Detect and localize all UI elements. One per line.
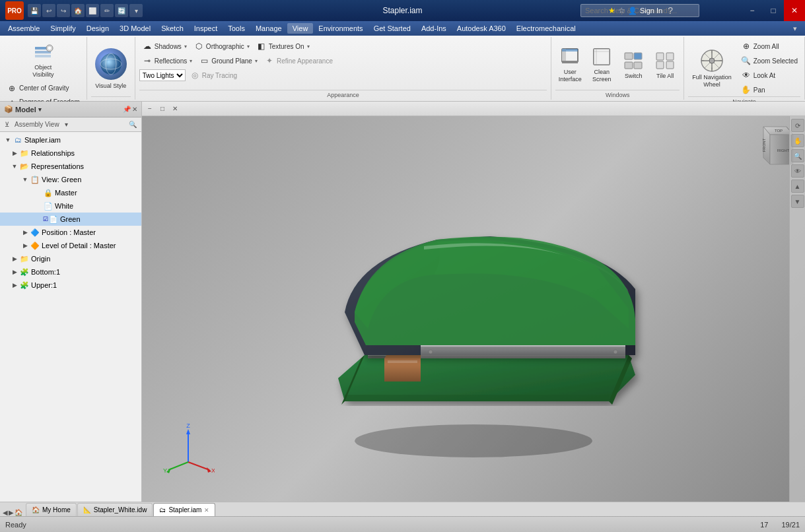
vp-close[interactable]: ✕ — [170, 104, 180, 114]
tab-my-home[interactable]: 🏠 My Home — [26, 503, 77, 516]
object-visibility-btn[interactable]: Object Visibility — [28, 40, 57, 81]
vp-restore[interactable]: □ — [157, 104, 168, 114]
tree-item-position[interactable]: ▶ 🔷 Position : Master — [0, 226, 141, 239]
menu-3dmodel[interactable]: 3D Model — [114, 23, 156, 34]
home-btn[interactable]: 🏠 — [71, 4, 85, 17]
sidebar-close[interactable]: ✕ — [132, 106, 137, 113]
textures-btn[interactable]: ◧ Textures On ▾ — [254, 40, 312, 53]
menu-manage[interactable]: Manage — [250, 23, 287, 34]
minimize-btn[interactable]: − — [742, 0, 763, 21]
sync-btn[interactable]: 🔄 — [115, 4, 128, 17]
orbit-btn[interactable]: ⟳ — [791, 119, 804, 132]
tree-item-origin[interactable]: ▶ 📁 Origin — [0, 252, 141, 265]
tree-item-upper[interactable]: ▶ 🧩 Upper:1 — [0, 279, 141, 292]
save-btn[interactable]: 💾 — [28, 4, 41, 17]
expand-position[interactable]: ▶ — [21, 228, 29, 236]
undo-btn[interactable]: ↩ — [42, 4, 55, 17]
tree-item-white[interactable]: 📄 White — [0, 199, 141, 213]
menu-autodesk[interactable]: Autodesk A360 — [452, 23, 511, 34]
tree-item-stapler[interactable]: ▼ 🗂 Stapler.iam — [0, 133, 141, 147]
expand-view-green[interactable]: ▼ — [21, 176, 29, 183]
look-at-btn[interactable]: 👁 Look At — [738, 69, 800, 82]
two-lights-select[interactable]: Two Lights — [139, 69, 186, 81]
clean-screen-btn[interactable]: CleanScreen — [587, 44, 616, 85]
reflections-btn[interactable]: ⊸ Reflections ▾ — [139, 54, 195, 67]
ray-tracing-btn[interactable]: ◎ Ray Tracing — [187, 69, 240, 82]
expand-origin[interactable]: ▶ — [11, 255, 18, 263]
tile-all-btn[interactable]: Tile All — [650, 48, 680, 82]
assembly-view-label[interactable]: Assembly View — [13, 120, 61, 129]
sidebar-pin[interactable]: 📌 — [123, 106, 131, 113]
refine-btn[interactable]: ✦ Refine Appearance — [262, 54, 335, 67]
menu-inspect[interactable]: Inspect — [189, 23, 223, 34]
expand-bottom[interactable]: ▶ — [11, 268, 18, 276]
menu-getstarted[interactable]: Get Started — [368, 23, 416, 34]
search-tree-btn[interactable]: 🔍 — [127, 120, 139, 129]
tab-right-btn[interactable]: ▶ — [9, 509, 14, 516]
shadows-dropdown[interactable]: ▾ — [184, 44, 187, 50]
model-dropdown[interactable]: ▾ — [38, 106, 42, 113]
zoom-all-btn[interactable]: ⊕ Zoom All — [738, 40, 800, 53]
tree-item-representations[interactable]: ▼ 📂 Representations — [0, 160, 141, 173]
account-icon[interactable]: 👤 — [628, 7, 637, 15]
center-gravity-btn[interactable]: ⊕ Center of Gravity — [4, 82, 83, 95]
redo-btn[interactable]: ↪ — [57, 4, 70, 17]
tree-item-master[interactable]: 🔒 Master — [0, 186, 141, 199]
menu-electro[interactable]: Electromechanical — [511, 23, 581, 34]
bookmark2-icon[interactable]: ☆ — [618, 6, 625, 15]
reflections-dropdown[interactable]: ▾ — [190, 58, 192, 64]
menu-tools[interactable]: Tools — [223, 23, 250, 34]
menu-sketch[interactable]: Sketch — [156, 23, 189, 34]
menu-view[interactable]: View — [287, 23, 314, 34]
textures-dropdown[interactable]: ▾ — [307, 44, 310, 50]
signin-label[interactable]: Sign In — [640, 7, 662, 15]
tree-item-bottom[interactable]: ▶ 🧩 Bottom:1 — [0, 265, 141, 279]
user-interface-btn[interactable]: UserInterface — [555, 44, 584, 85]
edit-btn[interactable]: ✏ — [100, 4, 114, 17]
scroll-down-btn[interactable]: ▼ — [791, 195, 804, 208]
menu-assemble[interactable]: Assemble — [3, 23, 45, 34]
gp-dropdown[interactable]: ▾ — [255, 58, 258, 64]
menu-expand[interactable]: ▾ — [788, 23, 802, 34]
help-icon[interactable]: ? — [668, 5, 673, 16]
pan-vp-btn[interactable]: ✋ — [791, 134, 804, 147]
vp-minimize[interactable]: − — [145, 104, 155, 114]
menu-addins[interactable]: Add-Ins — [416, 23, 452, 34]
menu-environments[interactable]: Environments — [313, 23, 368, 34]
expand-representations[interactable]: ▼ — [11, 162, 18, 170]
restore-btn[interactable]: □ — [763, 0, 784, 21]
menu-design[interactable]: Design — [81, 23, 114, 34]
tab-stapler-iam[interactable]: 🗂 Stapler.iam ✕ — [153, 503, 215, 516]
nav-wheel-btn[interactable]: ↑ ↓ ← → Full NavigationWheel — [688, 46, 736, 90]
tab-home-btn[interactable]: 🏠 — [15, 509, 22, 516]
expand-stapler[interactable]: ▼ — [4, 136, 12, 144]
ortho-dropdown[interactable]: ▾ — [247, 44, 250, 50]
ground-plane-btn[interactable]: ▭ Ground Plane ▾ — [196, 54, 260, 67]
shadows-btn[interactable]: ☁ Shadows ▾ — [139, 40, 190, 53]
tree-item-lod[interactable]: ▶ 🔶 Level of Detail : Master — [0, 239, 141, 252]
tree-item-relationships[interactable]: ▶ 📁 Relationships — [0, 147, 141, 160]
scroll-up-btn[interactable]: ▲ — [791, 180, 804, 193]
visual-style-btn[interactable]: Visual Style — [91, 40, 131, 96]
new-btn[interactable]: ⬜ — [86, 4, 99, 17]
bookmark-icon[interactable]: ★ — [608, 6, 615, 15]
settings-btn[interactable]: ▾ — [129, 4, 143, 17]
tab-stapler-white[interactable]: 📐 Stapler_White.idw — [77, 503, 153, 516]
look-btn[interactable]: 👁 — [791, 164, 804, 178]
tab-close-btn[interactable]: ✕ — [204, 507, 209, 514]
close-btn[interactable]: ✕ — [784, 0, 805, 21]
expand-upper[interactable]: ▶ — [11, 281, 18, 289]
menu-simplify[interactable]: Simplify — [45, 23, 81, 34]
zoom-vp-btn[interactable]: 🔍 — [791, 149, 804, 162]
viewport[interactable]: − □ ✕ — [142, 102, 805, 502]
tree-item-green[interactable]: ☑ 📄 Green — [0, 213, 141, 226]
orthographic-btn[interactable]: ⬡ Orthographic ▾ — [191, 40, 252, 53]
view-dropdown[interactable]: ▾ — [63, 120, 70, 129]
pan-btn[interactable]: ✋ Pan — [738, 83, 800, 96]
expand-lod[interactable]: ▶ — [21, 242, 29, 249]
switch-btn[interactable]: Switch — [619, 48, 648, 82]
expand-relationships[interactable]: ▶ — [11, 149, 18, 157]
tree-item-view-green[interactable]: ▼ 📋 View: Green — [0, 173, 141, 186]
tab-left-btn[interactable]: ◀ — [3, 509, 8, 516]
filter-icon[interactable]: ⊻ — [3, 120, 11, 129]
